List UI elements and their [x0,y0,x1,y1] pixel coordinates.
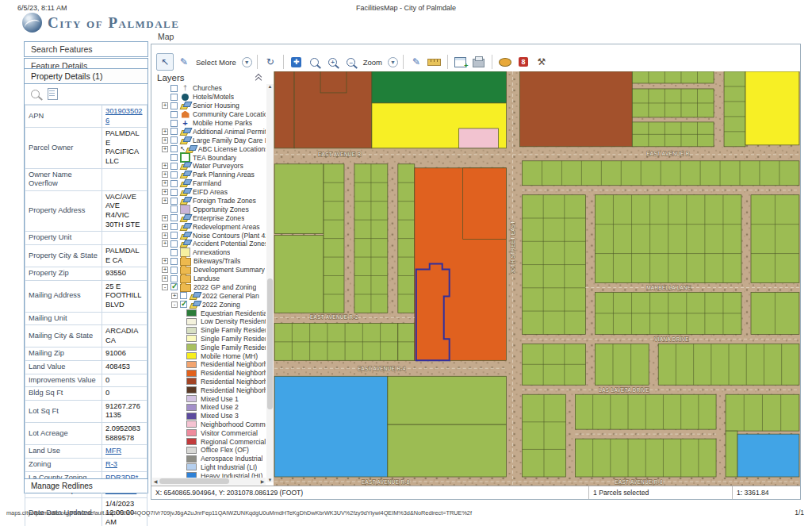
layer-checkbox[interactable] [170,258,178,265]
map-canvas[interactable]: EAST AVENUE REAST AVENUE R30TH STREET EA… [274,71,800,486]
parcel[interactable] [745,71,799,145]
expand-icon[interactable]: + [162,275,168,282]
scroll-left-icon[interactable]: ◀ [152,478,159,484]
parcel[interactable] [595,344,649,385]
expand-icon[interactable]: + [162,189,168,195]
select-draw-tool-button[interactable]: ✎ [176,54,192,70]
expand-icon[interactable]: + [162,232,168,239]
scroll-down-icon[interactable]: ▼ [266,478,274,482]
property-details-header[interactable]: Property Details (1) [25,69,147,84]
layer-checkbox[interactable] [170,163,178,170]
expand-icon[interactable]: + [162,129,168,135]
bookmark-button[interactable] [497,54,513,70]
layer-item[interactable]: +EIFD Areas [151,188,266,197]
layer-checkbox[interactable] [170,111,178,118]
search-features-header[interactable]: Search Features [24,41,148,57]
layer-item[interactable]: -2022 Zoning [151,300,266,309]
parcel[interactable] [726,431,737,477]
layers-horizontal-scrollbar[interactable]: ◀ ▶ [152,478,266,485]
layer-checkbox[interactable] [170,180,178,187]
collapse-icon[interactable]: - [162,284,168,290]
expand-icon[interactable]: + [162,171,168,178]
expand-icon[interactable]: + [162,198,168,204]
layer-checkbox[interactable] [170,120,178,127]
expand-icon[interactable]: + [162,267,168,273]
layer-checkbox[interactable] [170,232,178,239]
parcel[interactable] [320,71,347,93]
scroll-up-icon[interactable]: ▲ [266,84,274,89]
layer-checkbox[interactable] [170,94,178,101]
layer-item[interactable]: +↖ABC License Locations [151,144,266,153]
select-more-dropdown-icon[interactable]: ▼ [242,57,252,67]
layer-item[interactable]: +TEA Boundary [151,153,266,162]
expand-icon[interactable]: + [162,258,168,264]
layer-checkbox[interactable] [170,223,178,230]
expand-icon[interactable]: + [162,215,168,221]
layer-checkbox[interactable] [170,283,178,290]
layer-item[interactable]: +2022 General Plan [151,291,266,300]
layer-item[interactable]: +Noise Contours (Plant 42, AICUZ) [151,231,266,240]
layer-checkbox[interactable] [180,292,187,299]
expand-icon[interactable]: + [162,240,168,247]
full-extent-button[interactable]: ✚ [289,54,304,70]
layer-item[interactable]: +Water Purveyors [151,162,266,171]
field-value-link[interactable]: R-3 [105,460,117,468]
layer-checkbox[interactable] [170,205,178,213]
expand-icon[interactable]: + [171,293,178,299]
parcel[interactable] [274,164,324,234]
layer-item[interactable]: +Bikeways/Trails [151,257,266,266]
manage-redlines-button[interactable]: Manage Redlines [25,478,147,493]
draw-tool-button[interactable]: ✎ [408,54,424,70]
expand-icon[interactable]: + [162,102,168,109]
layer-checkbox[interactable] [170,145,178,152]
tools-button[interactable]: ⚒ [534,54,550,70]
selected-parcel[interactable] [416,264,450,361]
parcel[interactable] [274,71,294,148]
zoom-out-button[interactable]: – [343,54,359,70]
expand-icon[interactable]: + [162,163,168,169]
parcel[interactable] [463,168,507,240]
expand-icon[interactable]: + [162,224,168,230]
layer-checkbox[interactable] [170,154,178,161]
layer-item[interactable]: +Opportunity Zones [151,205,266,213]
layer-checkbox[interactable] [170,102,178,109]
parcel[interactable] [274,236,324,313]
layer-checkbox[interactable] [170,189,178,196]
layer-checkbox[interactable] [170,240,178,248]
parcel[interactable] [372,71,507,103]
expand-icon[interactable]: + [162,137,168,144]
layer-item[interactable]: +Senior Housing [151,102,266,110]
layer-item[interactable]: +Hotels/Motels [151,93,266,102]
parcel[interactable] [520,71,633,147]
locate-feature-icon[interactable] [31,90,40,98]
select-more-label[interactable]: Select More [194,58,238,67]
layer-item[interactable]: +Large Family Day Care Locations [151,136,266,144]
expand-icon[interactable]: + [162,180,168,186]
layer-checkbox[interactable] [170,136,178,144]
layer-checkbox[interactable] [170,267,178,274]
layer-checkbox[interactable] [170,171,178,179]
layer-item[interactable]: +Redevelopment Areas [151,222,266,231]
parcel[interactable] [274,376,388,477]
layer-item[interactable]: +Development Summary [151,266,266,275]
layer-checkbox[interactable] [170,85,178,92]
external-app-button[interactable]: 8 [515,54,531,70]
collapse-panel-icon[interactable] [255,75,262,83]
field-value-link[interactable]: 3019035026 [105,107,143,125]
parcel[interactable] [459,129,499,148]
layer-item[interactable]: +Park Planning Areas [151,171,266,179]
report-icon[interactable] [48,88,58,100]
print-button[interactable] [471,54,487,70]
zoom-label[interactable]: Zoom [362,58,384,67]
layer-item[interactable]: +Additional Animal Permit Locations [151,127,266,136]
zoom-window-button[interactable] [307,54,323,70]
expand-icon[interactable]: + [162,146,168,152]
scrollbar-thumb[interactable] [267,278,273,409]
layer-checkbox[interactable] [170,214,178,221]
layer-checkbox[interactable] [180,301,187,308]
measure-tool-button[interactable] [427,54,442,70]
scrollbar-thumb[interactable] [159,478,229,484]
parcel[interactable] [388,376,507,424]
layer-item[interactable]: -2022 GP and Zoning [151,282,266,291]
pointer-tool-button[interactable]: ↖ [156,53,174,71]
